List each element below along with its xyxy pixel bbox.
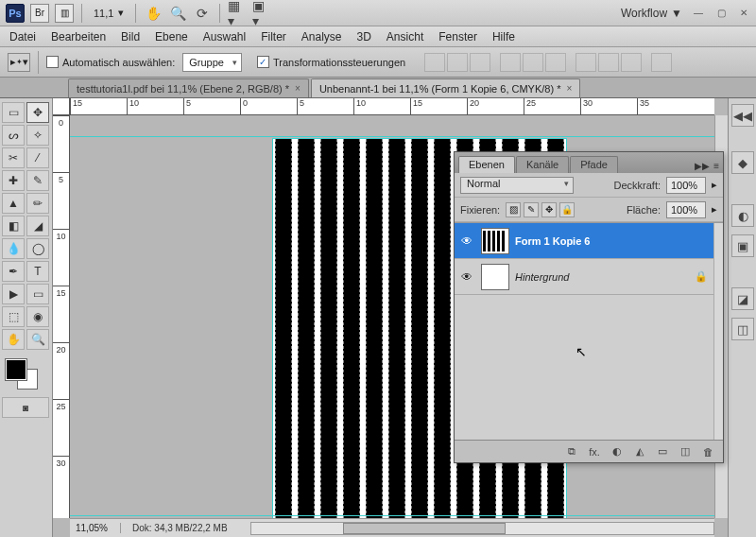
menu-fenster[interactable]: Fenster: [438, 30, 477, 43]
menu-bild[interactable]: Bild: [121, 30, 140, 43]
screen-mode-icon[interactable]: ▣ ▾: [252, 4, 271, 23]
document-tab[interactable]: Unbenannt-1 bei 11,1% (Form 1 Kopie 6, C…: [311, 78, 580, 97]
fill-slider-icon[interactable]: ▸: [712, 203, 717, 216]
panel-tab-pfade[interactable]: Pfade: [570, 156, 618, 173]
dodge-tool[interactable]: ◯: [26, 238, 49, 259]
gradient-tool[interactable]: ◢: [26, 216, 49, 236]
layers-panel[interactable]: Ebenen Kanäle Pfade ▶▶≡ Normal Deckkraft…: [454, 151, 724, 463]
align-btn[interactable]: [424, 53, 445, 72]
scrollbar-horizontal[interactable]: [250, 522, 714, 535]
fill-field[interactable]: 100%: [666, 201, 706, 218]
3d-tool[interactable]: ⬚: [2, 306, 25, 327]
group-icon[interactable]: ▭: [655, 445, 670, 458]
lock-position-icon[interactable]: ✥: [541, 202, 557, 217]
rotate-view-icon[interactable]: ⟳: [193, 4, 212, 23]
layer-thumbnail[interactable]: [481, 264, 509, 290]
link-layers-icon[interactable]: ⧉: [564, 445, 579, 458]
lasso-tool[interactable]: ᔕ: [2, 125, 25, 146]
workspace-switcher[interactable]: Workflow ▼: [621, 7, 682, 20]
visibility-icon[interactable]: 👁: [458, 268, 475, 286]
pen-tool[interactable]: ✒: [2, 261, 25, 282]
dock-expand-icon[interactable]: ◀◀: [731, 104, 754, 127]
color-panel-icon[interactable]: ◆: [731, 151, 754, 174]
layer-name[interactable]: Hintergrund: [515, 271, 569, 283]
zoom-tool-icon[interactable]: 🔍: [168, 4, 187, 23]
zoom-field[interactable]: 11,05%: [70, 523, 121, 533]
doc-size[interactable]: Dok: 34,3 MB/22,2 MB: [121, 523, 228, 533]
adjust-panel-icon[interactable]: ◐: [731, 204, 754, 227]
move-tool[interactable]: ✥: [26, 102, 49, 123]
panel-menu-icon[interactable]: ≡: [713, 161, 719, 171]
app-icon[interactable]: Ps: [6, 4, 25, 23]
document-tab[interactable]: testtutoria1l.pdf bei 11,1% (Ebene 2, RG…: [68, 78, 309, 97]
minibridge-icon[interactable]: ▥: [55, 4, 74, 23]
menu-bearbeiten[interactable]: Bearbeiten: [51, 30, 106, 43]
tab-close-icon[interactable]: ×: [566, 83, 572, 94]
ruler-vertical[interactable]: 051015202530: [53, 115, 70, 518]
align-btn[interactable]: [523, 53, 543, 72]
crop-tool[interactable]: ✂: [2, 147, 25, 168]
bridge-icon[interactable]: Br: [30, 4, 49, 23]
quickmask-toggle[interactable]: ◙: [2, 397, 49, 418]
guide[interactable]: [70, 515, 714, 516]
align-btn[interactable]: [447, 53, 468, 72]
menu-hilfe[interactable]: Hilfe: [492, 30, 515, 43]
maximize-icon[interactable]: ▢: [714, 7, 728, 20]
new-layer-icon[interactable]: ◫: [678, 445, 693, 458]
panel-collapse-icon[interactable]: ▶▶: [695, 161, 710, 171]
mask-panel-icon[interactable]: ▣: [731, 234, 754, 257]
zoom-tool[interactable]: 🔍: [26, 329, 49, 350]
wand-tool[interactable]: ✧: [26, 125, 49, 146]
menu-ansicht[interactable]: Ansicht: [387, 30, 423, 43]
panel-tab-ebenen[interactable]: Ebenen: [458, 156, 515, 173]
adjustment-icon[interactable]: ◭: [632, 445, 647, 458]
lock-transparent-icon[interactable]: ▨: [506, 202, 521, 217]
marquee-tool[interactable]: ▭: [2, 102, 25, 123]
channels-panel-icon[interactable]: ◫: [731, 318, 754, 340]
distribute-btn[interactable]: [576, 53, 596, 72]
menu-datei[interactable]: Datei: [9, 30, 36, 43]
layer-row[interactable]: 👁 Hintergrund 🔒: [455, 259, 723, 295]
brush-tool[interactable]: ✎: [26, 170, 49, 191]
ruler-origin[interactable]: [53, 98, 70, 115]
visibility-icon[interactable]: 👁: [458, 233, 475, 250]
ruler-horizontal[interactable]: 1510505101520253035: [70, 98, 714, 115]
auto-select-scope[interactable]: Gruppe: [182, 53, 242, 72]
shape-tool[interactable]: ▭: [26, 284, 49, 304]
guide[interactable]: [70, 136, 714, 137]
panel-scrollbar[interactable]: [713, 223, 723, 440]
arrange-docs-icon[interactable]: ▦ ▾: [228, 4, 247, 23]
color-swatches[interactable]: [2, 357, 49, 395]
menu-analyse[interactable]: Analyse: [301, 30, 342, 43]
layer-thumbnail[interactable]: [481, 228, 509, 254]
distribute-btn[interactable]: [598, 53, 619, 72]
heal-tool[interactable]: ✚: [2, 170, 25, 191]
menu-auswahl[interactable]: Auswahl: [203, 30, 246, 43]
minimize-icon[interactable]: ―: [692, 7, 705, 20]
opacity-slider-icon[interactable]: ▸: [712, 179, 717, 191]
hand-tool[interactable]: ✋: [2, 329, 25, 350]
stamp-tool[interactable]: ▲: [2, 193, 25, 214]
history-brush-tool[interactable]: ✏: [26, 193, 49, 214]
auto-select-checkbox[interactable]: Automatisch auswählen:: [46, 56, 175, 68]
lock-all-icon[interactable]: 🔒: [559, 202, 575, 217]
blend-mode-dropdown[interactable]: Normal: [460, 177, 574, 194]
distribute-btn[interactable]: [651, 53, 672, 72]
move-tool-preset[interactable]: ▸✦▾: [8, 53, 30, 72]
type-tool[interactable]: T: [26, 261, 49, 282]
menu-filter[interactable]: Filter: [261, 30, 286, 43]
blur-tool[interactable]: 💧: [2, 238, 25, 259]
align-btn[interactable]: [470, 53, 490, 72]
layer-name[interactable]: Form 1 Kopie 6: [515, 235, 590, 247]
align-btn[interactable]: [500, 53, 521, 72]
align-btn[interactable]: [545, 53, 566, 72]
fx-icon[interactable]: fx.: [587, 446, 602, 458]
trash-icon[interactable]: 🗑: [700, 446, 715, 458]
hand-tool-icon[interactable]: ✋: [144, 4, 163, 23]
zoom-level[interactable]: 11,1 ▾: [90, 4, 128, 23]
menu-3d[interactable]: 3D: [357, 30, 371, 43]
close-icon[interactable]: ✕: [737, 7, 750, 20]
opacity-field[interactable]: 100%: [666, 177, 706, 194]
eraser-tool[interactable]: ◧: [2, 216, 25, 236]
menu-ebene[interactable]: Ebene: [155, 30, 188, 43]
